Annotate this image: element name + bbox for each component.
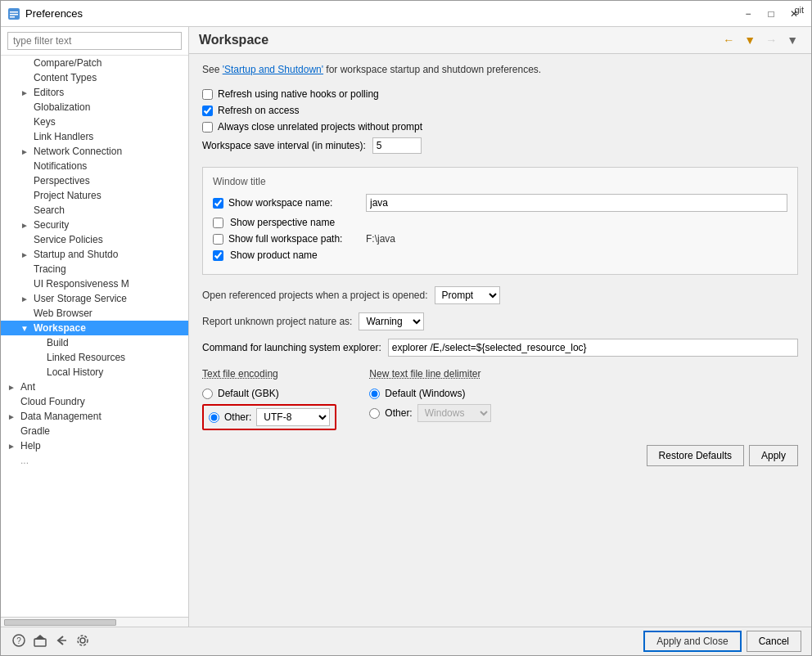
sidebar-item-compare-patch[interactable]: Compare/Patch — [1, 56, 188, 70]
show-workspace-label: Show workspace name: — [228, 197, 359, 209]
no-arrow — [20, 309, 30, 318]
sidebar-item-user-storage[interactable]: ► User Storage Service — [1, 291, 188, 306]
cancel-button[interactable]: Cancel — [747, 631, 801, 652]
home-bottom-icon[interactable] — [32, 632, 48, 651]
sidebar-item-local-history[interactable]: Local History — [1, 365, 188, 380]
open-referenced-select[interactable]: Prompt Always Never — [435, 286, 500, 304]
sidebar-item-globalization[interactable]: Globalization — [1, 100, 188, 115]
no-arrow — [20, 74, 30, 83]
show-product-checkbox[interactable] — [213, 250, 223, 261]
svg-rect-3 — [10, 16, 15, 18]
back-bottom-icon[interactable] — [53, 632, 70, 651]
show-workspace-name-row: Show workspace name: — [213, 194, 787, 212]
sidebar-item-network-connection[interactable]: ► Network Connection — [1, 144, 188, 159]
text-encoding-group: Text file encoding Default (GBK) Other: … — [202, 368, 336, 430]
sidebar-item-ant[interactable]: ► Ant — [1, 380, 188, 394]
dropdown-nav-button[interactable]: ▼ — [741, 32, 759, 48]
sidebar-item-more[interactable]: ... — [1, 453, 188, 468]
expand-arrow-help: ► — [7, 442, 17, 451]
apply-close-button[interactable]: Apply and Close — [643, 631, 741, 652]
restore-defaults-button[interactable]: Restore Defaults — [647, 445, 744, 466]
report-unknown-select[interactable]: Warning Error Ignore — [359, 312, 424, 330]
filter-input[interactable] — [7, 32, 182, 50]
delimiter-default-row: Default (Windows) — [369, 388, 490, 399]
always-close-checkbox[interactable] — [202, 122, 213, 133]
maximize-button[interactable]: □ — [760, 5, 782, 23]
help-bottom-icon[interactable]: ? — [11, 632, 27, 651]
forward-nav-button[interactable]: → — [762, 32, 780, 48]
delimiter-default-label: Default (Windows) — [385, 388, 465, 399]
panel-body: See 'Startup and Shutdown' for workspace… — [189, 54, 811, 627]
app-icon — [7, 7, 20, 20]
sidebar-item-startup-shutdown[interactable]: ► Startup and Shutdo — [1, 247, 188, 262]
sidebar-item-workspace[interactable]: ▼ Workspace ← — [1, 321, 188, 335]
sidebar-item-linked-resources[interactable]: Linked Resources — [1, 350, 188, 365]
always-close-row: Always close unrelated projects without … — [202, 121, 798, 133]
delimiter-default-radio[interactable] — [369, 389, 380, 399]
encoding-default-radio[interactable] — [202, 389, 213, 399]
sidebar: Compare/Patch Content Types ► Editors Gl… — [1, 27, 189, 627]
show-product-row: Show product name — [213, 249, 787, 261]
sidebar-item-security[interactable]: ► Security — [1, 218, 188, 232]
expand-arrow-security: ► — [20, 221, 30, 230]
main-content: Compare/Patch Content Types ► Editors Gl… — [1, 27, 811, 627]
expand-arrow-workspace: ▼ — [20, 324, 30, 333]
encoding-dropdown[interactable]: UTF-8 UTF-16 ISO-8859-1 US-ASCII — [256, 408, 330, 426]
no-arrow — [20, 177, 30, 186]
no-arrow — [7, 398, 17, 407]
show-workspace-checkbox[interactable] — [213, 198, 223, 209]
sidebar-item-content-types[interactable]: Content Types — [1, 70, 188, 85]
sidebar-item-help[interactable]: ► Help — [1, 438, 188, 453]
panel-header: Workspace ← ▼ → ▼ — [189, 27, 811, 54]
show-perspective-row: Show perspective name — [213, 217, 787, 228]
no-arrow — [20, 191, 30, 200]
title-bar: Preferences − □ ✕ git — [1, 1, 811, 27]
show-product-label: Show product name — [230, 249, 361, 261]
show-full-path-checkbox[interactable] — [213, 234, 223, 245]
delimiter-other-radio[interactable] — [369, 408, 380, 419]
sidebar-item-project-natures[interactable]: Project Natures — [1, 188, 188, 203]
sidebar-item-search[interactable]: Search — [1, 203, 188, 218]
startup-link[interactable]: 'Startup and Shutdown' — [223, 64, 323, 75]
svg-point-10 — [78, 636, 88, 645]
refresh-access-row: Refresh on access — [202, 105, 798, 116]
refresh-native-row: Refresh using native hooks or polling — [202, 88, 798, 100]
minimize-button[interactable]: − — [738, 5, 759, 23]
refresh-access-checkbox[interactable] — [202, 106, 213, 116]
interval-input[interactable] — [372, 137, 422, 154]
startup-text-suffix: for workspace startup and shutdown prefe… — [323, 64, 541, 75]
command-row: Command for launching system explorer: — [202, 339, 798, 357]
settings-bottom-icon[interactable] — [74, 632, 91, 651]
workspace-name-input[interactable] — [366, 194, 787, 212]
sidebar-item-notifications[interactable]: Notifications — [1, 159, 188, 173]
sidebar-item-build[interactable]: Build — [1, 335, 188, 350]
sidebar-item-cloud-foundry[interactable]: Cloud Foundry — [1, 394, 188, 409]
startup-link-row: See 'Startup and Shutdown' for workspace… — [202, 64, 798, 75]
bottom-bar: ? Appl — [1, 627, 811, 655]
delimiter-dropdown[interactable]: Windows Unix Mac — [417, 404, 491, 422]
sidebar-item-ui-responsiveness[interactable]: UI Responsiveness M — [1, 276, 188, 291]
back-nav-button[interactable]: ← — [720, 32, 738, 48]
sidebar-item-editors[interactable]: ► Editors — [1, 85, 188, 100]
sidebar-item-gradle[interactable]: Gradle — [1, 424, 188, 438]
sidebar-item-link-handlers[interactable]: Link Handlers — [1, 129, 188, 144]
tree-area: Compare/Patch Content Types ► Editors Gl… — [1, 56, 188, 617]
apply-button[interactable]: Apply — [749, 445, 798, 466]
command-input[interactable] — [388, 339, 798, 357]
panel-title: Workspace — [199, 33, 268, 47]
sidebar-item-keys[interactable]: Keys — [1, 115, 188, 129]
encoding-other-radio[interactable] — [209, 412, 219, 423]
nav-dropdown-button[interactable]: ▼ — [783, 32, 801, 48]
refresh-native-checkbox[interactable] — [202, 89, 213, 100]
sidebar-item-data-management[interactable]: ► Data Management — [1, 409, 188, 424]
title-bar-text: Preferences — [25, 7, 738, 20]
h-scroll-thumb[interactable] — [4, 619, 116, 626]
sidebar-item-tracing[interactable]: Tracing — [1, 262, 188, 276]
horizontal-scrollbar[interactable] — [1, 617, 188, 627]
sidebar-item-service-policies[interactable]: Service Policies — [1, 232, 188, 247]
no-arrow — [7, 456, 17, 465]
sidebar-item-web-browser[interactable]: Web Browser — [1, 306, 188, 321]
show-perspective-checkbox[interactable] — [213, 218, 223, 228]
sidebar-item-perspectives[interactable]: Perspectives — [1, 173, 188, 188]
open-referenced-row: Open referenced projects when a project … — [202, 286, 798, 304]
